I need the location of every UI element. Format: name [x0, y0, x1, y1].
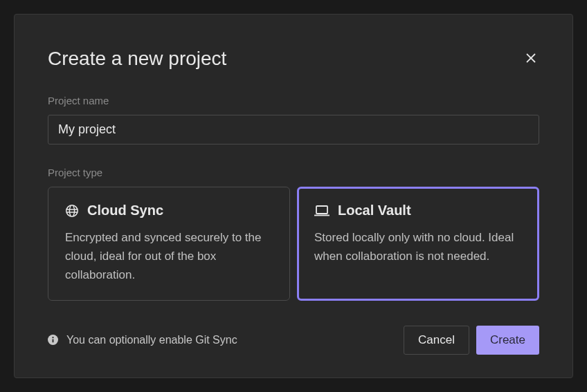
project-type-options: Cloud Sync Encrypted and synced securely…: [48, 187, 539, 301]
create-button[interactable]: Create: [476, 326, 539, 355]
svg-rect-2: [316, 206, 327, 214]
type-card-header: Cloud Sync: [65, 203, 273, 218]
dialog-actions: Cancel Create: [404, 326, 539, 355]
project-name-input[interactable]: [48, 115, 539, 144]
svg-rect-6: [53, 339, 54, 343]
dialog-title: Create a new project: [48, 48, 226, 70]
type-card-cloud-sync[interactable]: Cloud Sync Encrypted and synced securely…: [48, 187, 290, 301]
type-card-header: Local Vault: [314, 203, 522, 218]
info-icon: [48, 335, 58, 345]
git-sync-hint: You can optionally enable Git Sync: [48, 334, 237, 346]
globe-icon: [65, 204, 79, 218]
type-card-local-vault[interactable]: Local Vault Stored locally only with no …: [297, 187, 539, 301]
type-title: Local Vault: [338, 203, 411, 218]
dialog-footer: You can optionally enable Git Sync Cance…: [48, 326, 539, 355]
project-type-label: Project type: [48, 167, 539, 178]
project-name-label: Project name: [48, 95, 539, 106]
type-description: Stored locally only with no cloud. Ideal…: [314, 228, 522, 265]
type-description: Encrypted and synced securely to the clo…: [65, 228, 273, 285]
laptop-icon: [314, 205, 329, 217]
dialog-header: Create a new project: [48, 48, 539, 70]
type-title: Cloud Sync: [87, 203, 163, 218]
svg-point-5: [52, 337, 53, 338]
close-icon: [525, 51, 536, 67]
close-button[interactable]: [523, 50, 539, 67]
create-project-dialog: Create a new project Project name Projec…: [14, 14, 573, 378]
cancel-button[interactable]: Cancel: [404, 326, 469, 355]
hint-text: You can optionally enable Git Sync: [66, 334, 237, 346]
